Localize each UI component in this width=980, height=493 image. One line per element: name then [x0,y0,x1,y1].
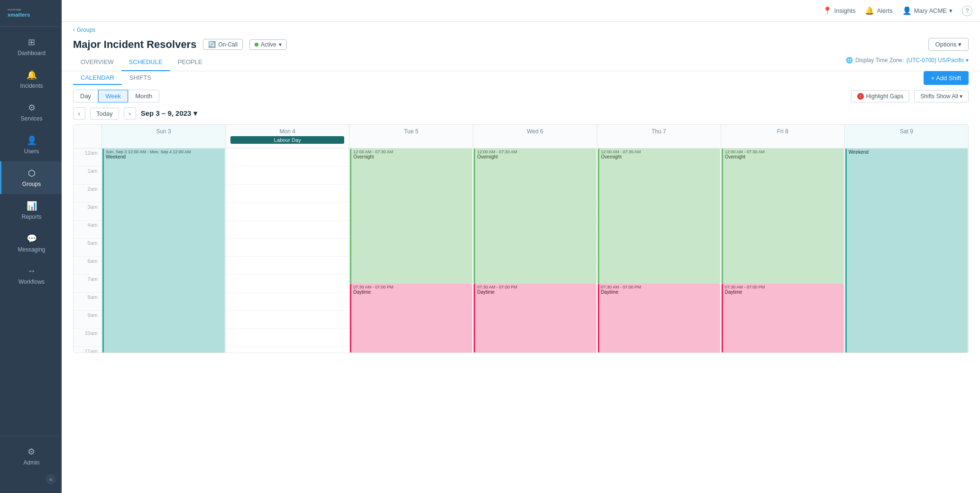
sidebar-item-services[interactable]: ⚙ Services [0,96,62,129]
timezone-value[interactable]: (UTC-0700) US/Pacific ▾ [907,57,969,64]
sidebar-item-users[interactable]: 👤 Users [0,129,62,161]
help-button[interactable]: ? [962,6,972,16]
sidebar-item-messaging[interactable]: 💬 Messaging [0,227,62,260]
dashboard-icon: ⊞ [28,37,35,47]
tab-people[interactable]: PEOPLE [170,54,210,71]
view-day-button[interactable]: Day [73,90,98,102]
add-shift-button[interactable]: + Add Shift [924,71,969,85]
user-avatar-icon: 👤 [902,6,912,15]
sidebar-item-dashboard[interactable]: ⊞ Dashboard [0,30,62,63]
logo[interactable]: everbridge xmatters [0,0,62,27]
time-9am: 9am [73,311,101,329]
mon-slot-0 [226,149,349,167]
event-overnight-thu[interactable]: 12:00 AM - 07:30 AM Overnight [598,149,720,284]
groups-icon: ⬡ [28,168,36,178]
highlight-gaps-button[interactable]: ! Highlight Gaps [851,90,910,102]
subtab-calendar[interactable]: CALENDAR [73,71,122,85]
mon-slot-5 [226,239,349,257]
day-col-tue: 12:00 AM - 07:30 AM Overnight 07:30 AM -… [349,149,473,353]
insights-link[interactable]: 📍 Insights [823,6,856,15]
time-10am: 10am [73,329,101,347]
event-overnight-tue-name: Overnight [353,154,470,159]
time-11am: 11am [73,347,101,353]
event-daytime-thu-time: 07:30 AM - 07:00 PM [601,285,718,289]
date-range[interactable]: Sep 3 – 9, 2023 ▾ [141,109,197,118]
day-header-fri: Fri 8 [721,125,845,148]
mon-slot-9 [226,311,349,329]
tab-overview[interactable]: OVERVIEW [73,54,121,71]
sidebar-item-label: Admin [23,459,39,466]
sidebar-collapse-button[interactable]: « [46,474,56,484]
time-12am: 12am [73,149,101,167]
event-daytime-tue[interactable]: 07:30 AM - 07:00 PM Daytime [350,284,472,353]
alerts-label: Alerts [877,7,892,14]
sidebar-nav: ⊞ Dashboard 🔔 Incidents ⚙ Services 👤 Use… [0,27,62,436]
today-button[interactable]: Today [90,108,119,120]
day-header-mon: Mon 4 Labour Day [226,125,349,148]
tab-schedule[interactable]: SCHEDULE [121,54,170,71]
today-label: Today [96,110,113,117]
subtab-shifts-label: SHIFTS [129,74,151,81]
incidents-icon: 🔔 [27,70,37,80]
options-label: Options ▾ [935,41,962,48]
sidebar-item-workflows[interactable]: ↔ Workflows [0,260,62,292]
location-icon: 📍 [823,6,832,15]
day-col-thu: 12:00 AM - 07:30 AM Overnight 07:30 AM -… [597,149,721,353]
event-daytime-thu[interactable]: 07:30 AM - 07:00 PM Daytime [598,284,720,353]
bell-icon: 🔔 [865,6,874,15]
shifts-show-all-button[interactable]: Shifts Show All ▾ [914,90,969,102]
sidebar-item-label: Dashboard [18,50,46,56]
view-toggle: Day Week Month [73,90,159,102]
event-weekend-sun[interactable]: Sun, Sep 3 12:00 AM - Mon, Sep 4 12:00 A… [102,149,225,353]
sidebar-item-label: Users [24,148,39,155]
admin-icon: ⚙ [27,446,35,457]
services-icon: ⚙ [28,102,36,113]
active-badge[interactable]: Active ▾ [249,39,287,50]
event-weekend-sat[interactable]: Weekend [845,149,968,353]
oncall-badge[interactable]: 🔄 On-Call [203,39,243,50]
day-header-wed: Wed 6 [473,125,597,148]
event-daytime-wed-name: Daytime [477,289,594,295]
subtab-calendar-label: CALENDAR [81,74,114,81]
time-3am: 3am [73,203,101,221]
event-daytime-wed[interactable]: 07:30 AM - 07:00 PM Daytime [474,284,596,353]
sidebar-item-admin[interactable]: ⚙ Admin [18,443,43,470]
active-dropdown-icon: ▾ [279,41,282,48]
mon-slot-7 [226,275,349,293]
day-col-sun: Sun, Sep 3 12:00 AM - Mon, Sep 4 12:00 A… [102,149,226,353]
time-8am: 8am [73,293,101,311]
view-week-button[interactable]: Week [98,90,128,102]
view-month-button[interactable]: Month [128,90,159,102]
breadcrumb-arrow: ‹ [73,27,75,33]
event-weekend-sun-time: Sun, Sep 3 12:00 AM - Mon, Sep 4 12:00 A… [106,149,223,154]
shifts-show-all-label: Shifts Show All ▾ [920,93,962,100]
time-labels: 12am 1am 2am 3am 4am 5am 6am 7am 8am 9am… [73,149,102,353]
calendar: Sun 3 Mon 4 Labour Day Tue 5 Wed 6 Thu 7… [73,124,969,353]
view-controls: Day Week Month ! Highlight Gaps [73,90,969,102]
day-col-mon [226,149,349,353]
mon-slot-1 [226,167,349,185]
alerts-link[interactable]: 🔔 Alerts [865,6,892,15]
schedule-section: CALENDAR SHIFTS + Add Shift Day [62,71,980,364]
sidebar-item-label: Workflows [18,279,45,285]
options-button[interactable]: Options ▾ [928,38,969,51]
user-menu[interactable]: 👤 Mary ACME ▾ [902,6,953,15]
event-overnight-wed[interactable]: 12:00 AM - 07:30 AM Overnight [474,149,596,284]
day-header-mon-label: Mon 4 [229,128,346,135]
sidebar-item-reports[interactable]: 📊 Reports [0,194,62,227]
sidebar-item-incidents[interactable]: 🔔 Incidents [0,63,62,96]
main-content: 📍 Insights 🔔 Alerts 👤 Mary ACME ▾ ? ‹ Gr… [62,0,980,493]
svg-text:xmatters: xmatters [8,12,30,18]
schedule-header: CALENDAR SHIFTS + Add Shift [73,71,969,85]
sidebar: everbridge xmatters ⊞ Dashboard 🔔 Incide… [0,0,62,493]
event-overnight-fri[interactable]: 12:00 AM - 07:30 AM Overnight [722,149,844,284]
breadcrumb[interactable]: ‹ Groups [62,22,980,35]
event-overnight-tue[interactable]: 12:00 AM - 07:30 AM Overnight [350,149,472,284]
next-button[interactable]: › [124,107,136,120]
sidebar-item-label: Groups [22,181,41,187]
sidebar-item-groups[interactable]: ⬡ Groups [0,161,62,194]
event-daytime-fri[interactable]: 07:30 AM - 07:00 PM Daytime [722,284,844,353]
subtab-shifts[interactable]: SHIFTS [122,71,159,85]
content-inner: ‹ Groups Major Incident Resolvers 🔄 On-C… [62,22,980,493]
prev-button[interactable]: ‹ [73,107,85,120]
